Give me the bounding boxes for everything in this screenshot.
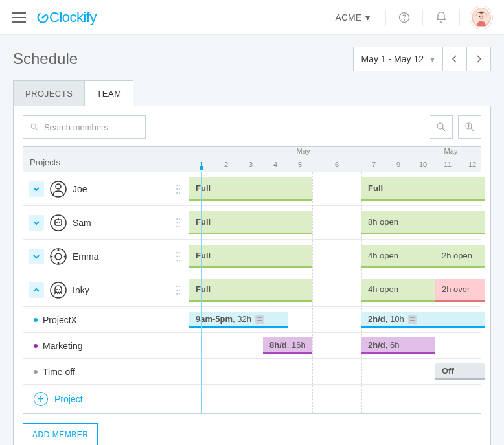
svg-point-40 (58, 262, 60, 264)
drag-handle[interactable] (173, 250, 183, 263)
svg-point-21 (179, 184, 180, 185)
notifications-button[interactable] (430, 6, 453, 29)
svg-point-28 (56, 222, 58, 223)
logo: Clockify (36, 9, 97, 26)
add-member-button[interactable]: ADD MEMBER (23, 423, 98, 445)
schedule-bar[interactable]: 9am-5pm, 32h (189, 312, 288, 328)
project-name: Time off (43, 367, 183, 377)
svg-rect-27 (55, 220, 62, 225)
schedule-bar[interactable]: Off (435, 363, 485, 380)
svg-point-54 (176, 289, 178, 290)
member-name: Emma (73, 251, 168, 262)
workspace-dropdown[interactable]: ACME ▾ (326, 12, 379, 23)
member-name: Joe (73, 184, 168, 194)
svg-point-49 (51, 282, 66, 298)
day-header: 6 (312, 161, 361, 168)
schedule-bar[interactable]: Full (189, 279, 312, 302)
schedule-bar[interactable]: 2h over (435, 279, 485, 302)
schedule-bar[interactable]: Full (189, 245, 312, 268)
name-column-header: Projects (23, 147, 189, 172)
add-project-button[interactable]: +Project (34, 392, 83, 406)
schedule-bar[interactable]: 2h/d, 10h (361, 312, 485, 328)
svg-point-48 (179, 259, 180, 260)
svg-point-24 (176, 192, 178, 193)
plus-icon: + (34, 392, 48, 406)
schedule-bar[interactable]: 2h open (435, 245, 485, 268)
svg-point-29 (59, 222, 60, 223)
search-icon (30, 122, 39, 132)
page-title: Schedule (13, 50, 78, 68)
zoom-out-button[interactable] (430, 115, 453, 139)
tab-team[interactable]: TEAM (84, 80, 133, 106)
drag-handle[interactable] (173, 216, 183, 229)
project-row: Time offOff (23, 359, 481, 385)
project-row: Marketing8h/d, 16h2h/d, 6h (23, 333, 481, 359)
expand-button[interactable] (29, 249, 44, 264)
day-header: 7 (361, 161, 386, 168)
svg-point-50 (56, 289, 58, 290)
user-icon (49, 281, 67, 299)
tab-projects[interactable]: PROJECTS (13, 80, 85, 106)
svg-point-9 (31, 124, 36, 128)
schedule-bar[interactable]: Full (189, 177, 312, 201)
schedule-bar[interactable]: Full (189, 211, 312, 234)
menu-icon[interactable] (12, 12, 26, 23)
svg-point-56 (176, 293, 178, 294)
svg-point-51 (59, 289, 60, 290)
expand-button[interactable] (29, 181, 44, 197)
svg-point-55 (179, 289, 180, 290)
workspace-label: ACME (336, 12, 361, 23)
svg-line-17 (471, 128, 474, 131)
drag-handle[interactable] (173, 284, 183, 297)
note-icon (255, 315, 264, 324)
svg-point-32 (179, 218, 180, 219)
search-input-wrapper[interactable] (23, 115, 146, 139)
svg-point-53 (179, 285, 180, 286)
svg-point-35 (176, 225, 178, 227)
day-header: 1 (189, 161, 214, 168)
user-icon (49, 214, 67, 232)
date-range-picker[interactable]: May 1 - May 12 ▾ (353, 47, 443, 71)
day-header: 4 (263, 161, 288, 168)
member-name: Sam (73, 218, 168, 228)
member-row: JoeFullFull (23, 172, 481, 206)
svg-point-26 (51, 215, 66, 231)
svg-point-8 (483, 16, 484, 17)
schedule-bar[interactable]: Full (361, 177, 485, 201)
svg-point-46 (179, 255, 180, 257)
user-avatar[interactable] (470, 6, 492, 29)
help-button[interactable] (393, 6, 416, 29)
svg-point-4 (404, 19, 405, 20)
schedule-bar[interactable]: 4h open (361, 279, 435, 302)
svg-point-42 (64, 255, 66, 257)
svg-point-43 (176, 251, 178, 253)
schedule-bar[interactable]: 8h/d, 16h (263, 337, 312, 354)
svg-point-37 (51, 249, 66, 264)
schedule-bar[interactable]: 8h open (361, 211, 485, 234)
svg-point-34 (179, 222, 180, 223)
schedule-bar[interactable]: 4h open (361, 245, 435, 268)
day-header: 9 (386, 161, 411, 168)
expand-button[interactable] (29, 282, 44, 298)
search-input[interactable] (44, 122, 139, 132)
month-label-right: May (417, 147, 485, 157)
day-header: 3 (238, 161, 263, 168)
member-row: EmmaFull4h open2h open (23, 240, 481, 273)
chevron-down-icon: ▾ (365, 12, 370, 23)
day-header: 12 (460, 161, 485, 168)
project-name: ProjectX (43, 315, 183, 325)
svg-line-13 (442, 128, 445, 131)
drag-handle[interactable] (173, 183, 183, 196)
prev-range-button[interactable] (442, 47, 467, 71)
svg-line-10 (36, 128, 38, 130)
zoom-in-button[interactable] (458, 115, 481, 139)
member-name: Inky (73, 285, 168, 295)
next-range-button[interactable] (466, 47, 491, 71)
schedule-bar[interactable]: 2h/d, 6h (361, 337, 435, 354)
svg-point-36 (179, 225, 180, 227)
expand-button[interactable] (29, 215, 44, 231)
svg-point-25 (179, 192, 180, 193)
svg-point-20 (176, 184, 178, 185)
user-icon (49, 180, 67, 198)
chevron-down-icon: ▾ (430, 54, 435, 64)
